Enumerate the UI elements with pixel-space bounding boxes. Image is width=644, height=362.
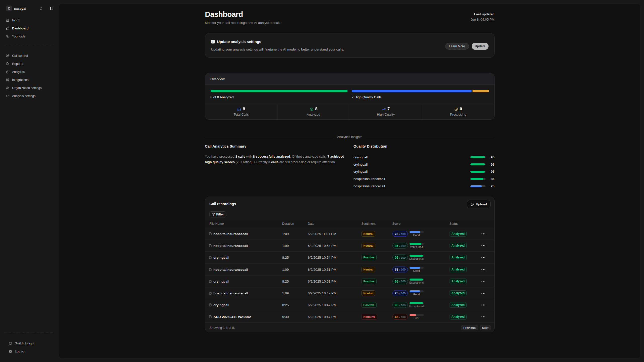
- status-badge: Analyzed: [450, 243, 467, 248]
- score-bar: Exceptional: [409, 255, 424, 260]
- quality-bar: [470, 178, 486, 180]
- chevrons-up-down-icon: [40, 7, 43, 11]
- phone-icon: [6, 35, 9, 38]
- sidebar-item-reports[interactable]: Reports: [0, 60, 59, 68]
- analytics-insights-divider: Analytics Insights: [205, 135, 495, 139]
- file-icon: [209, 315, 212, 318]
- quality-bar: [470, 171, 486, 173]
- row-menu-button[interactable]: [480, 256, 487, 260]
- status-badge: Analyzed: [450, 279, 467, 284]
- row-menu-button[interactable]: [480, 244, 487, 248]
- inbox-icon: [6, 19, 9, 22]
- stat-analyzed: 8 Analyzed: [277, 104, 350, 119]
- sentiment-badge: Neutral: [361, 290, 376, 296]
- upload-button[interactable]: Upload: [467, 200, 490, 208]
- sidebar-item-your-calls[interactable]: Your calls: [0, 32, 59, 40]
- score-badge: 95/ 100: [392, 278, 408, 284]
- table-row[interactable]: cryingcall 8:25 6/2/2025 10:54 PM Positi…: [205, 252, 494, 263]
- sentiment-badge: Positive: [361, 279, 377, 284]
- row-menu-button[interactable]: [480, 267, 487, 272]
- pie-chart-icon: [6, 70, 9, 74]
- table-row[interactable]: AUD-20250411-WA0002 5:30 6/2/2025 10:47 …: [205, 311, 494, 323]
- file-name: hospitalinsurancecall: [214, 232, 248, 236]
- main-panel: Dashboard Monitor your call recordings a…: [59, 3, 641, 359]
- row-menu-button[interactable]: [480, 279, 487, 283]
- table-row[interactable]: hospitalinsurancecall 1:09 6/2/2025 10:5…: [205, 264, 494, 276]
- duration: 1:09: [282, 291, 289, 295]
- score-bar: Good: [409, 290, 424, 296]
- overview-card: Overview 8 of 8 Analyzed 7 High Quality …: [205, 73, 495, 120]
- sidebar-item-analytics[interactable]: Analytics: [0, 68, 59, 76]
- stat-total-calls: 8 Total Calls: [205, 104, 277, 119]
- row-menu-button[interactable]: [480, 303, 487, 307]
- quality-progress: 7 High Quality Calls: [352, 90, 489, 99]
- date: 6/2/2025 10:47 PM: [308, 303, 337, 307]
- status-badge: Analyzed: [450, 255, 467, 260]
- score-bar: Very Good: [409, 243, 424, 248]
- status-badge: Analyzed: [450, 290, 467, 296]
- row-menu-button[interactable]: [480, 291, 487, 295]
- call-recordings-card: Call recordings Upload Filter File Name …: [205, 197, 495, 332]
- score-bar: Exceptional: [409, 279, 424, 284]
- score-badge: 75/ 100: [392, 266, 408, 272]
- file-name: cryingcall: [214, 279, 229, 283]
- table-row[interactable]: cryingcall 8:25 6/2/2025 10:47 PM Positi…: [205, 299, 494, 311]
- quality-distribution-item: cryingcall 95: [353, 161, 495, 168]
- date: 6/2/2025 10:51 PM: [308, 267, 337, 271]
- status-badge: Analyzed: [450, 302, 467, 308]
- sidebar: C caseyai Inbox Dashboard Your calls Cal…: [0, 0, 59, 362]
- quality-progress-label: 7 High Quality Calls: [352, 95, 489, 99]
- update-button[interactable]: Update: [472, 43, 488, 50]
- status-badge: Analyzed: [450, 231, 467, 237]
- row-menu-button[interactable]: [480, 232, 487, 236]
- file-name: cryingcall: [214, 303, 229, 307]
- sidebar-item-inbox[interactable]: Inbox: [0, 16, 59, 24]
- next-button[interactable]: Next: [480, 325, 491, 330]
- table-footer: Showing 1-8 of 8. Previous Next: [205, 323, 494, 332]
- home-icon: [6, 27, 9, 30]
- table-row[interactable]: cryingcall 8:25 6/2/2025 10:51 PM Positi…: [205, 276, 494, 287]
- target-icon: [310, 107, 313, 111]
- sidebar-toggle-icon[interactable]: [50, 7, 53, 10]
- users-icon: [6, 86, 9, 90]
- stat-processing: 0 Processing: [422, 104, 494, 119]
- row-menu-button[interactable]: [480, 315, 487, 319]
- filter-button[interactable]: Filter: [209, 211, 227, 217]
- file-icon: [209, 292, 212, 295]
- sidebar-item-organization-settings[interactable]: Organization settings: [0, 84, 59, 92]
- score-badge: 85/ 100: [392, 243, 408, 249]
- learn-more-button[interactable]: Learn More: [445, 43, 469, 50]
- upload-icon: [470, 203, 474, 206]
- blocks-icon: [6, 78, 9, 82]
- sidebar-item-analysis-settings[interactable]: Analysis settings: [0, 92, 59, 100]
- file-icon: [209, 280, 212, 283]
- headphones-icon: [237, 107, 241, 111]
- gauge-icon: [6, 95, 9, 98]
- previous-button[interactable]: Previous: [461, 325, 478, 330]
- banner-description: Updating your analysis settings will fin…: [211, 48, 344, 51]
- score-badge: 95/ 100: [392, 255, 408, 260]
- sidebar-nav-primary: Inbox Dashboard Your calls: [0, 16, 59, 40]
- update-settings-banner: ! Update analysis settings Updating your…: [205, 33, 495, 58]
- workspace-switcher[interactable]: C caseyai: [0, 5, 59, 13]
- last-updated-value: Jun 8, 04:05 PM: [471, 18, 495, 21]
- score-badge: 45/ 100: [392, 314, 408, 320]
- sidebar-item-dashboard[interactable]: Dashboard: [0, 24, 59, 32]
- duration: 1:09: [282, 267, 289, 271]
- table-row[interactable]: hospitalinsurancecall 1:09 6/2/2025 10:4…: [205, 287, 494, 299]
- sidebar-item-call-control[interactable]: Call control: [0, 52, 59, 60]
- sidebar-divider: [4, 46, 54, 46]
- table-row[interactable]: hospitalinsurancecall 1:09 6/2/2025 10:5…: [205, 240, 494, 252]
- date: 6/2/2025 11:01 PM: [308, 232, 336, 236]
- last-updated: Last updated Jun 8, 04:05 PM: [471, 12, 495, 21]
- sidebar-item-integrations[interactable]: Integrations: [0, 76, 59, 84]
- sentiment-badge: Neutral: [361, 243, 376, 248]
- duration: 8:25: [282, 256, 289, 259]
- sidebar-item-log-out[interactable]: Log out: [0, 347, 59, 355]
- file-chart-icon: [6, 62, 9, 66]
- workspace-avatar: C: [6, 6, 12, 11]
- duration: 8:25: [282, 279, 289, 283]
- date: 6/2/2025 10:47 PM: [308, 315, 337, 319]
- table-row[interactable]: hospitalinsurancecall 1:09 6/2/2025 11:0…: [205, 228, 494, 240]
- sidebar-item-switch-to-light[interactable]: Switch to light: [0, 339, 59, 347]
